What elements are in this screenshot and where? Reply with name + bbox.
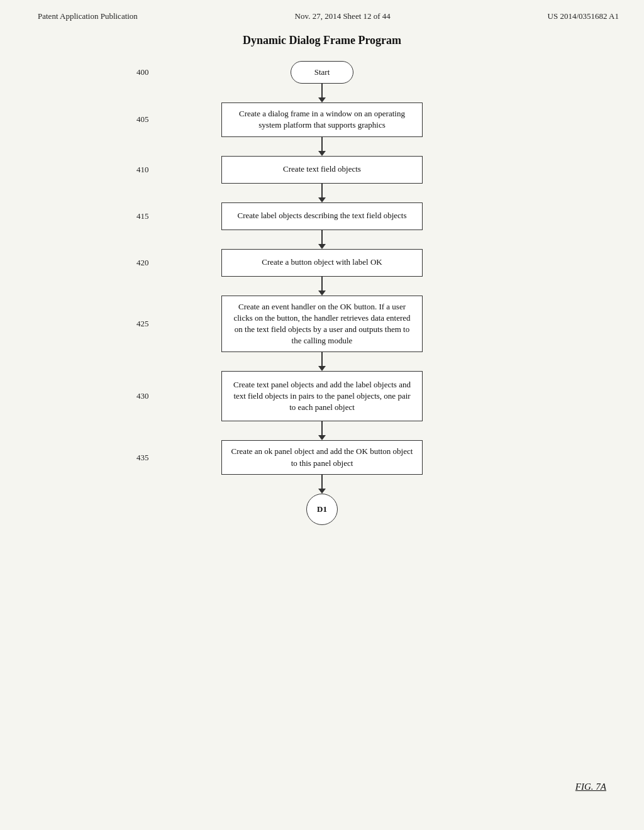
- step-row-410: 410 Create text field objects: [102, 156, 542, 184]
- node-420: Create a button object with label OK: [221, 249, 423, 277]
- header-right: US 2014/0351682 A1: [548, 11, 619, 21]
- diagram-area: Dynamic Dialog Frame Program 400 Start 4…: [0, 28, 644, 525]
- label-430: 430: [136, 391, 149, 401]
- step-row-415: 415 Create label objects describing the …: [102, 202, 542, 230]
- node-415: Create label objects describing the text…: [221, 202, 423, 230]
- node-435: Create an ok panel object and add the OK…: [221, 440, 423, 474]
- step-row-435: 435 Create an ok panel object and add th…: [102, 440, 542, 474]
- label-405: 405: [136, 114, 149, 124]
- label-410: 410: [136, 165, 149, 175]
- step-row-400: 400 Start: [102, 61, 542, 84]
- step-row-430: 430 Create text panel objects and add th…: [102, 371, 542, 421]
- node-410: Create text field objects: [221, 156, 423, 184]
- node-430: Create text panel objects and add the la…: [221, 371, 423, 421]
- flowchart: 400 Start 405 Create a dialog frame in a…: [102, 61, 542, 525]
- step-row-405: 405 Create a dialog frame in a window on…: [102, 102, 542, 136]
- node-405: Create a dialog frame in a window on an …: [221, 102, 423, 136]
- page-header: Patent Application Publication Nov. 27, …: [0, 0, 644, 28]
- step-row-d1: D1: [102, 494, 542, 525]
- node-425: Create an event handler on the OK button…: [221, 296, 423, 353]
- label-425: 425: [136, 319, 149, 329]
- fig-label: FIG. 7A: [575, 782, 606, 792]
- header-left: Patent Application Publication: [38, 11, 138, 21]
- label-435: 435: [136, 453, 149, 463]
- label-400: 400: [136, 67, 149, 77]
- label-420: 420: [136, 258, 149, 268]
- step-row-420: 420 Create a button object with label OK: [102, 249, 542, 277]
- node-d1: D1: [306, 494, 338, 525]
- diagram-title: Dynamic Dialog Frame Program: [243, 34, 401, 47]
- node-start: Start: [291, 61, 353, 84]
- label-415: 415: [136, 211, 149, 221]
- step-row-425: 425 Create an event handler on the OK bu…: [102, 296, 542, 353]
- header-middle: Nov. 27, 2014 Sheet 12 of 44: [295, 11, 391, 21]
